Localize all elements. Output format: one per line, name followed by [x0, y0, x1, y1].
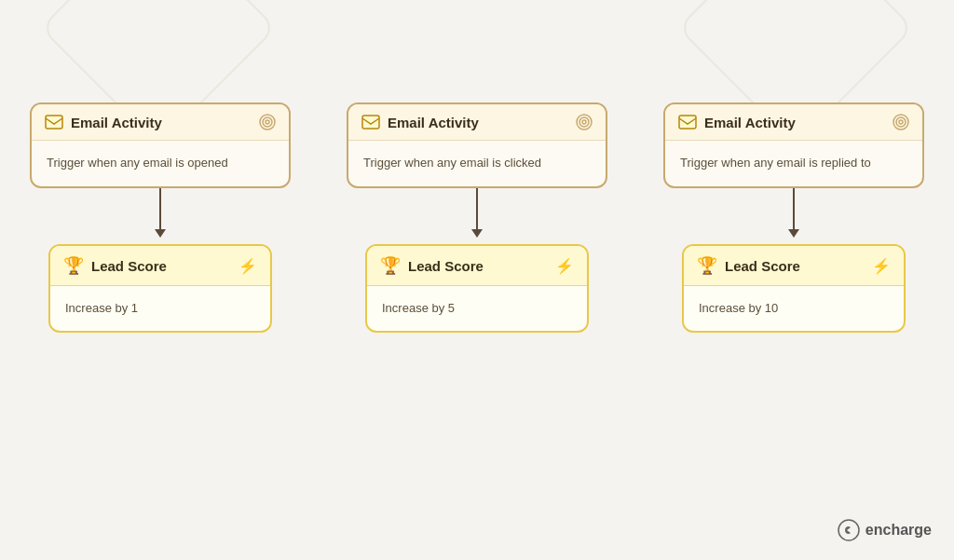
trigger-card-2[interactable]: Email Activity Trigger when any email is…	[347, 102, 607, 188]
lead-card-2[interactable]: 🏆 Lead Score ⚡ Increase by 5	[365, 244, 589, 333]
svg-rect-0	[46, 116, 62, 129]
lead-card-3[interactable]: 🏆 Lead Score ⚡ Increase by 10	[682, 244, 906, 333]
arrow-line-1	[159, 188, 161, 229]
trigger-card-2-title: Email Activity	[388, 115, 479, 130]
trigger-card-2-body: Trigger when any email is clicked	[348, 141, 606, 186]
lead-card-3-body: Increase by 10	[684, 286, 904, 331]
trigger-card-1-title: Email Activity	[71, 115, 162, 130]
encharge-logo-icon	[838, 519, 860, 541]
target-icon-2	[576, 114, 593, 130]
trigger-card-1-description: Trigger when any email is opened	[47, 156, 228, 170]
lead-card-3-title: Lead Score	[725, 258, 800, 274]
trigger-card-1-header: Email Activity	[32, 104, 289, 141]
lead-card-3-header-left: 🏆 Lead Score	[697, 255, 800, 276]
encharge-logo-text: encharge	[865, 522, 932, 539]
svg-point-2	[263, 117, 272, 127]
flow-column-2: Email Activity Trigger when any email is…	[347, 102, 607, 333]
trigger-card-1[interactable]: Email Activity Trigger when any email is…	[30, 102, 291, 188]
arrow-connector-3	[788, 188, 799, 244]
lead-card-2-body: Increase by 5	[367, 286, 587, 331]
flow-column-3: Email Activity Trigger when any email is…	[663, 102, 924, 333]
arrow-connector-2	[471, 188, 483, 244]
lightning-icon-3: ⚡	[872, 257, 891, 275]
encharge-logo: encharge	[838, 519, 932, 541]
lightning-icon-2: ⚡	[555, 257, 574, 275]
arrow-connector-1	[155, 188, 166, 244]
lead-card-2-header: 🏆 Lead Score ⚡	[367, 246, 587, 286]
svg-point-12	[838, 520, 859, 540]
lead-card-1-body: Increase by 1	[50, 286, 270, 331]
trophy-icon-2: 🏆	[380, 255, 401, 276]
lead-card-2-description: Increase by 5	[382, 301, 455, 315]
arrow-head-2	[471, 229, 483, 238]
trigger-card-1-header-left: Email Activity	[45, 115, 162, 130]
lead-card-3-description: Increase by 10	[699, 301, 778, 315]
lead-card-1-title: Lead Score	[91, 258, 167, 274]
svg-point-6	[579, 117, 589, 127]
lead-card-1-header-left: 🏆 Lead Score	[63, 255, 167, 276]
svg-point-10	[896, 117, 906, 127]
flow-column-1: Email Activity Trigger when any email is…	[30, 102, 291, 333]
lead-card-3-header: 🏆 Lead Score ⚡	[684, 246, 904, 286]
arrow-line-3	[793, 188, 795, 229]
trigger-card-3[interactable]: Email Activity Trigger when any email is…	[663, 102, 924, 188]
target-icon-1	[259, 114, 276, 130]
svg-point-7	[582, 120, 586, 124]
arrow-head-3	[788, 229, 799, 238]
arrow-head-1	[155, 229, 166, 238]
lead-card-2-title: Lead Score	[408, 258, 484, 274]
email-icon-1	[45, 115, 63, 130]
trophy-icon-3: 🏆	[697, 255, 717, 276]
trigger-card-2-header: Email Activity	[348, 104, 606, 141]
svg-point-3	[266, 120, 269, 124]
trigger-card-2-description: Trigger when any email is clicked	[363, 156, 541, 170]
trigger-card-3-body: Trigger when any email is replied to	[665, 141, 922, 186]
email-icon-3	[678, 115, 697, 130]
flow-canvas: Email Activity Trigger when any email is…	[0, 102, 954, 333]
svg-rect-4	[362, 116, 379, 129]
trigger-card-3-header: Email Activity	[665, 104, 922, 141]
lead-card-1-description: Increase by 1	[65, 301, 138, 315]
svg-rect-8	[679, 116, 696, 129]
trophy-icon-1: 🏆	[63, 255, 84, 276]
trigger-card-1-body: Trigger when any email is opened	[32, 141, 289, 186]
lightning-icon-1: ⚡	[238, 257, 257, 275]
lead-card-1-header: 🏆 Lead Score ⚡	[50, 246, 270, 286]
lead-card-1[interactable]: 🏆 Lead Score ⚡ Increase by 1	[48, 244, 272, 333]
arrow-line-2	[476, 188, 478, 229]
trigger-card-3-description: Trigger when any email is replied to	[680, 156, 871, 170]
lead-card-2-header-left: 🏆 Lead Score	[380, 255, 484, 276]
trigger-card-3-title: Email Activity	[704, 115, 796, 130]
email-icon-2	[361, 115, 380, 130]
trigger-card-2-header-left: Email Activity	[361, 115, 479, 130]
target-icon-3	[893, 114, 909, 130]
svg-point-11	[899, 120, 903, 124]
trigger-card-3-header-left: Email Activity	[678, 115, 796, 130]
